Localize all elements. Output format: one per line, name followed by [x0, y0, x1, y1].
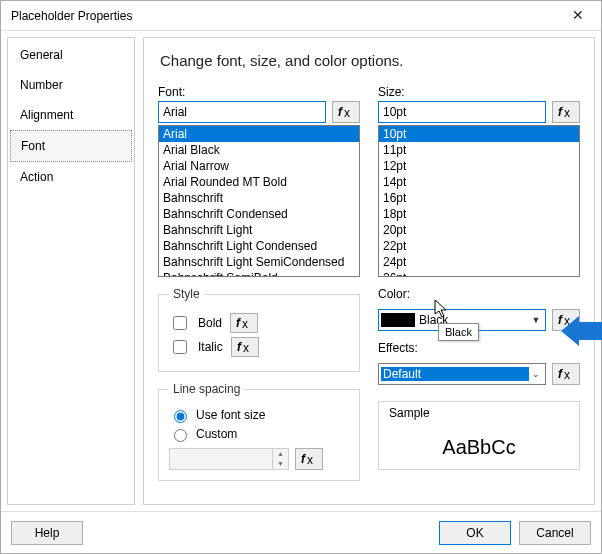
svg-text:f: f [558, 313, 563, 327]
size-column: Size: fx 10pt11pt12pt14pt16pt18pt20pt22p… [378, 85, 580, 277]
use-font-size-radio[interactable] [174, 410, 187, 423]
main-panel: Change font, size, and color options. Fo… [143, 37, 595, 505]
svg-text:x: x [307, 453, 313, 466]
svg-text:f: f [558, 105, 563, 119]
sample-label: Sample [389, 406, 569, 420]
cancel-button[interactable]: Cancel [519, 521, 591, 545]
sample-group: Sample AaBbCc [378, 401, 580, 470]
list-item[interactable]: Bahnschrift SemiBold [159, 270, 359, 277]
spinner-up-icon[interactable]: ▲ [273, 449, 288, 459]
list-item[interactable]: Bahnschrift [159, 190, 359, 206]
italic-checkbox[interactable] [173, 340, 187, 354]
effects-value: Default [381, 367, 529, 381]
line-spacing-expression-button[interactable]: fx [295, 448, 323, 470]
use-font-size-label: Use font size [196, 408, 265, 422]
effects-label: Effects: [378, 341, 580, 355]
list-item[interactable]: Arial Black [159, 142, 359, 158]
color-tooltip: Black [438, 323, 479, 341]
custom-spacing-spinner[interactable]: ▲▼ [169, 448, 289, 470]
size-expression-button[interactable]: fx [552, 101, 580, 123]
svg-text:f: f [558, 367, 563, 381]
bold-checkbox[interactable] [173, 316, 187, 330]
sidebar-item-number[interactable]: Number [10, 70, 132, 100]
chevron-down-icon[interactable]: ⌄ [529, 369, 543, 379]
window-title: Placeholder Properties [11, 9, 561, 23]
list-item[interactable]: 12pt [379, 158, 579, 174]
sidebar-item-general[interactable]: General [10, 40, 132, 70]
panel-heading: Change font, size, and color options. [160, 52, 580, 69]
list-item[interactable]: 22pt [379, 238, 579, 254]
size-label: Size: [378, 85, 580, 99]
color-label: Color: [378, 287, 580, 301]
sidebar-item-alignment[interactable]: Alignment [10, 100, 132, 130]
list-item[interactable]: 11pt [379, 142, 579, 158]
svg-text:x: x [564, 314, 570, 327]
list-item[interactable]: 18pt [379, 206, 579, 222]
dialog-footer: Help OK Cancel [1, 511, 601, 553]
italic-expression-button[interactable]: fx [231, 337, 259, 357]
font-expression-button[interactable]: fx [332, 101, 360, 123]
effects-combo[interactable]: Default ⌄ [378, 363, 546, 385]
style-legend: Style [169, 287, 204, 301]
ok-button[interactable]: OK [439, 521, 511, 545]
list-item[interactable]: 26pt [379, 270, 579, 277]
font-column: Font: fx ArialArial BlackArial NarrowAri… [158, 85, 360, 277]
color-swatch [381, 313, 415, 327]
svg-text:f: f [338, 105, 343, 119]
list-item[interactable]: 24pt [379, 254, 579, 270]
svg-text:f: f [301, 452, 306, 466]
svg-text:x: x [564, 106, 570, 119]
sample-text: AaBbCc [389, 436, 569, 459]
custom-radio[interactable] [174, 429, 187, 442]
svg-text:f: f [236, 316, 241, 330]
style-group: Style Bold fx Italic fx [158, 287, 360, 372]
sidebar: General Number Alignment Font Action [7, 37, 135, 505]
font-label: Font: [158, 85, 360, 99]
font-listbox[interactable]: ArialArial BlackArial NarrowArial Rounde… [158, 125, 360, 277]
size-input[interactable] [378, 101, 546, 123]
list-item[interactable]: 14pt [379, 174, 579, 190]
dialog-body: General Number Alignment Font Action Cha… [1, 31, 601, 511]
sidebar-item-font[interactable]: Font [10, 130, 132, 162]
list-item[interactable]: Arial Narrow [159, 158, 359, 174]
list-item[interactable]: Bahnschrift Light SemiCondensed [159, 254, 359, 270]
list-item[interactable]: 16pt [379, 190, 579, 206]
list-item[interactable]: Bahnschrift Condensed [159, 206, 359, 222]
svg-text:x: x [564, 368, 570, 381]
sidebar-item-action[interactable]: Action [10, 162, 132, 192]
spinner-down-icon[interactable]: ▼ [273, 459, 288, 469]
custom-label: Custom [196, 427, 237, 441]
font-input[interactable] [158, 101, 326, 123]
list-item[interactable]: Arial Rounded MT Bold [159, 174, 359, 190]
bold-label: Bold [198, 316, 222, 330]
list-item[interactable]: 10pt [379, 126, 579, 142]
help-button[interactable]: Help [11, 521, 83, 545]
list-item[interactable]: 20pt [379, 222, 579, 238]
size-listbox[interactable]: 10pt11pt12pt14pt16pt18pt20pt22pt24pt26pt… [378, 125, 580, 277]
effects-expression-button[interactable]: fx [552, 363, 580, 385]
svg-text:f: f [237, 340, 242, 354]
chevron-down-icon[interactable]: ▼ [529, 315, 543, 325]
color-expression-button[interactable]: fx [552, 309, 580, 331]
bold-expression-button[interactable]: fx [230, 313, 258, 333]
dialog-window: Placeholder Properties ✕ General Number … [0, 0, 602, 554]
line-spacing-legend: Line spacing [169, 382, 244, 396]
svg-text:x: x [243, 341, 249, 354]
title-bar: Placeholder Properties ✕ [1, 1, 601, 31]
svg-text:x: x [344, 106, 350, 119]
list-item[interactable]: Bahnschrift Light Condensed [159, 238, 359, 254]
list-item[interactable]: Bahnschrift Light [159, 222, 359, 238]
close-icon[interactable]: ✕ [561, 4, 595, 28]
list-item[interactable]: Arial [159, 126, 359, 142]
line-spacing-group: Line spacing Use font size Custom [158, 382, 360, 481]
italic-label: Italic [198, 340, 223, 354]
svg-text:x: x [242, 317, 248, 330]
